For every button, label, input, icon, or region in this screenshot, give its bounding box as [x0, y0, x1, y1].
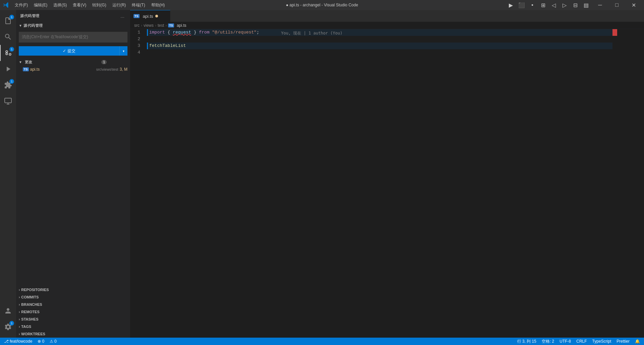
stashes-section[interactable]: › STASHES	[16, 316, 130, 323]
tags-chevron-icon: ›	[19, 325, 20, 329]
activity-run[interactable]	[0, 61, 16, 77]
changes-header[interactable]: ▼ 更改 1 ↕ ↺ +	[16, 58, 130, 66]
discard-all-btn[interactable]: ↺	[115, 59, 121, 65]
split-btn[interactable]: ⊟	[570, 0, 580, 10]
commits-section[interactable]: › COMMITS	[16, 293, 130, 301]
commit-button[interactable]: ✓ 提交	[19, 46, 119, 56]
eol-value: CRLF	[576, 339, 587, 344]
layout2-btn[interactable]: ▤	[581, 0, 591, 10]
worktrees-label: WORKTREES	[21, 332, 45, 336]
activity-account[interactable]	[0, 303, 16, 319]
window-controls: ▶ ⬛ ▪ ⊞ ◁ ▷ ⊟ ▤ ─ □ ✕	[506, 0, 641, 10]
prev-btn[interactable]: ◁	[549, 0, 559, 10]
line-num-2: 2	[130, 36, 144, 43]
sc-provider-label: 源代码管理	[23, 23, 43, 28]
status-notifications[interactable]: 🔔	[634, 338, 641, 345]
breadcrumb-test[interactable]: test	[158, 23, 164, 28]
sidebar-title: 源代码管理	[20, 13, 40, 18]
title-bar: 文件(F) 编辑(E) 选择(S) 查看(V) 转到(G) 运行(R) 终端(T…	[0, 0, 644, 10]
breadcrumb-file[interactable]: api.ts	[177, 23, 186, 28]
maximize-btn[interactable]: □	[609, 0, 625, 10]
ts-file-icon: TS	[23, 67, 29, 71]
line-num-3: 3	[130, 43, 144, 49]
spaces-value: 空格: 2	[542, 339, 554, 344]
commit-input-area	[16, 29, 130, 46]
changed-file-item[interactable]: TS api.ts src\views\test 3, M ↗ ↺ +	[16, 66, 130, 73]
commit-message-input[interactable]	[19, 32, 127, 43]
file-name: api.ts	[30, 67, 94, 72]
code-line-4	[147, 49, 612, 56]
breadcrumb-views[interactable]: views	[144, 23, 154, 28]
menu-goto[interactable]: 转到(G)	[90, 2, 109, 9]
status-branch[interactable]: ⎇ feat/lowcode	[3, 338, 34, 345]
breadcrumb-src[interactable]: src	[134, 23, 140, 28]
run-btn[interactable]: ▶	[506, 0, 516, 10]
changes-header-left: ▼ 更改	[19, 60, 32, 65]
tok-semicolon: ;	[257, 29, 259, 36]
status-eol[interactable]: CRLF	[575, 338, 588, 345]
code-editor[interactable]: You, 现在 | 1 author (You) 1 2 3 4 import …	[130, 29, 644, 338]
menu-view[interactable]: 查看(V)	[70, 2, 89, 9]
error-icon: ⊗	[38, 339, 41, 344]
code-content[interactable]: import { request } from "@/utils/request…	[147, 29, 612, 338]
language-value: TypeScript	[592, 339, 611, 344]
commit-dropdown-button[interactable]: ▾	[119, 46, 127, 56]
branches-section[interactable]: › BRANCHES	[16, 301, 130, 308]
status-cursor[interactable]: 行 3, 列 15	[516, 338, 538, 345]
line-numbers: 1 2 3 4	[130, 29, 147, 338]
error-count: 0	[42, 339, 44, 344]
menu-selection[interactable]: 选择(S)	[51, 2, 69, 9]
tags-section[interactable]: › TAGS	[16, 323, 130, 330]
layout-btn[interactable]: ⊞	[538, 0, 548, 10]
open-change-btn[interactable]: ↕	[108, 59, 114, 65]
line-num-4: 4	[130, 49, 144, 56]
status-warnings[interactable]: ⚠ 0	[48, 338, 58, 345]
sc-section: ▼ 源代码管理 ✓ 提交 ▾ ▼ 更改 1	[16, 22, 130, 286]
status-bar: ⎇ feat/lowcode ⊗ 0 ⚠ 0 行 3, 列 15 空格: 2 U…	[0, 338, 644, 345]
stage-all-btn[interactable]: +	[121, 59, 127, 65]
activity-settings[interactable]: 1	[0, 319, 16, 335]
status-language[interactable]: TypeScript	[591, 338, 613, 345]
activity-bar: 1 1 1 1	[0, 10, 16, 338]
tab-bar: TS api.ts	[130, 10, 644, 22]
toggle-sidebar-btn[interactable]: ▪	[527, 0, 537, 10]
tok-brace-open: {	[165, 29, 173, 36]
repositories-section[interactable]: › REPOSITORIES	[16, 286, 130, 293]
activity-source-control[interactable]: 1	[0, 45, 16, 61]
editor-scrollbar[interactable]	[612, 29, 617, 338]
explorer-badge: 1	[9, 15, 14, 19]
code-line-1: import { request } from "@/utils/request…	[147, 29, 612, 36]
status-encoding[interactable]: UTF-8	[558, 338, 572, 345]
menu-edit[interactable]: 编辑(E)	[31, 2, 50, 9]
menu-terminal[interactable]: 终端(T)	[129, 2, 148, 9]
toggle-panel-btn[interactable]: ⬛	[517, 0, 527, 10]
commits-chevron-icon: ›	[19, 295, 20, 299]
changes-label: 更改	[25, 60, 32, 65]
menu-file[interactable]: 文件(F)	[12, 2, 31, 9]
close-btn[interactable]: ✕	[626, 0, 641, 10]
activity-remote[interactable]	[0, 93, 16, 109]
menu-help[interactable]: 帮助(H)	[149, 2, 168, 9]
commit-btn-area: ✓ 提交 ▾	[16, 46, 130, 58]
minimize-btn[interactable]: ─	[592, 0, 608, 10]
warning-icon: ⚠	[50, 339, 53, 344]
status-spaces[interactable]: 空格: 2	[540, 338, 555, 345]
minimap	[617, 29, 644, 338]
activity-search[interactable]	[0, 29, 16, 45]
status-errors[interactable]: ⊗ 0	[36, 338, 46, 345]
activity-explorer[interactable]: 1	[0, 13, 16, 29]
remotes-section[interactable]: › REMOTES	[16, 308, 130, 316]
next-btn[interactable]: ▷	[559, 0, 570, 10]
file-status: 3, M	[120, 67, 127, 72]
worktrees-section[interactable]: › WORKTREES	[16, 330, 130, 338]
status-formatter[interactable]: Prettier	[615, 338, 631, 345]
menu-run[interactable]: 运行(R)	[110, 2, 129, 9]
more-actions-btn[interactable]: ...	[119, 12, 126, 20]
activity-extensions[interactable]: 1	[0, 77, 16, 93]
scm-badge: 1	[9, 47, 14, 52]
breadcrumb-sep-3: ›	[165, 23, 167, 28]
tab-ts-icon: TS	[133, 14, 140, 18]
sc-provider-header[interactable]: ▼ 源代码管理	[16, 22, 130, 29]
editor-tab-api-ts[interactable]: TS api.ts	[130, 10, 170, 22]
repo-chevron-icon: ›	[19, 288, 20, 292]
